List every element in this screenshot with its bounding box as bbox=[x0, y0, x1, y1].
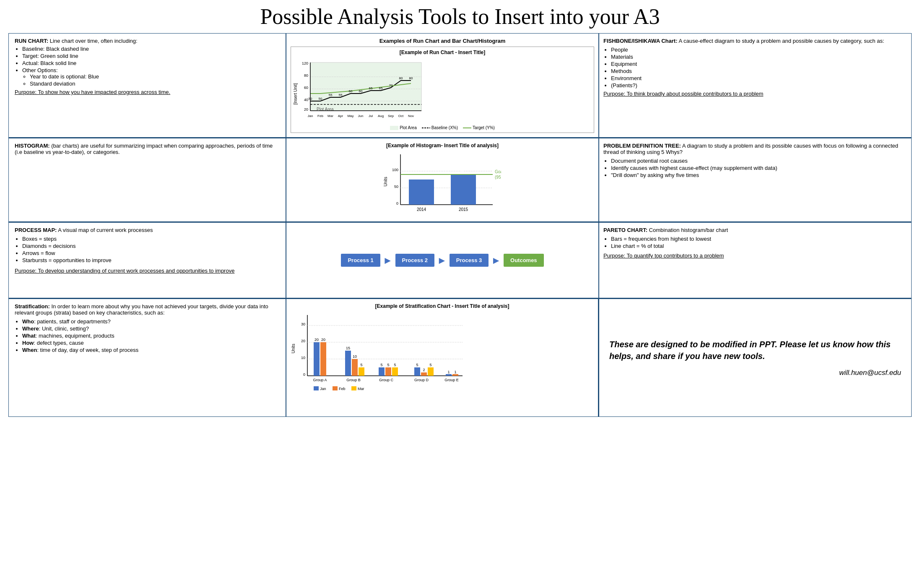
svg-rect-99 bbox=[333, 386, 338, 390]
svg-text:2015: 2015 bbox=[459, 207, 468, 212]
svg-rect-70 bbox=[345, 351, 351, 376]
svg-text:Group B: Group B bbox=[346, 378, 361, 382]
svg-rect-82 bbox=[414, 367, 420, 376]
svg-text:Mar: Mar bbox=[327, 114, 333, 118]
svg-rect-67 bbox=[320, 342, 326, 376]
svg-text:80: 80 bbox=[409, 76, 413, 80]
svg-text:30: 30 bbox=[301, 322, 305, 326]
run-chart-legend: Plot Area Baseline (X%) Target (Y%) bbox=[294, 125, 591, 130]
svg-text:55: 55 bbox=[329, 93, 333, 97]
svg-text:Nov: Nov bbox=[408, 114, 414, 118]
strat-bullets: Who: patients, staff or departments? Whe… bbox=[22, 318, 280, 353]
stratification-svg: Units 0 10 20 30 20 bbox=[291, 311, 467, 395]
svg-text:20: 20 bbox=[301, 339, 305, 343]
svg-rect-83 bbox=[421, 372, 427, 376]
svg-text:65: 65 bbox=[379, 86, 383, 90]
svg-text:Jun: Jun bbox=[358, 114, 364, 118]
svg-text:2014: 2014 bbox=[417, 207, 426, 212]
svg-text:5: 5 bbox=[394, 363, 396, 367]
run-chart-bullets: Baseline: Black dashed line Target: Gree… bbox=[22, 46, 280, 87]
svg-text:100: 100 bbox=[392, 168, 398, 172]
run-chart-example-section: Examples of Run Chart and Bar Chart/Hist… bbox=[286, 34, 598, 137]
svg-text:1: 1 bbox=[454, 370, 456, 374]
run-chart-svg: [Insert Unit] 120 80 60 40 20 bbox=[294, 56, 428, 123]
svg-text:Units: Units bbox=[291, 344, 296, 354]
svg-text:[Insert Unit]: [Insert Unit] bbox=[294, 83, 298, 104]
run-chart-title: RUN CHART: Line chart over time, often i… bbox=[15, 38, 280, 44]
svg-text:Jul: Jul bbox=[369, 114, 373, 118]
svg-text:15: 15 bbox=[346, 346, 350, 350]
svg-rect-36 bbox=[390, 126, 398, 130]
svg-text:60: 60 bbox=[359, 89, 363, 93]
svg-text:Oct: Oct bbox=[398, 114, 404, 118]
svg-text:5: 5 bbox=[429, 363, 431, 367]
bullet-other: Other Options: Year to date is optional:… bbox=[22, 67, 280, 87]
fishbone-desc: A cause-effect diagram to study a proble… bbox=[677, 38, 884, 44]
run-chart-desc: Line chart over time, often including: bbox=[48, 38, 137, 44]
svg-text:Group C: Group C bbox=[379, 378, 394, 382]
run-chart-purpose: Purpose: To show how you have impacted p… bbox=[15, 89, 280, 95]
svg-text:60: 60 bbox=[304, 86, 308, 90]
svg-rect-47 bbox=[409, 180, 434, 205]
svg-text:80: 80 bbox=[399, 76, 403, 80]
svg-text:Jan: Jan bbox=[308, 114, 313, 118]
svg-text:Jan: Jan bbox=[320, 387, 326, 391]
svg-text:5: 5 bbox=[387, 363, 389, 367]
svg-text:5: 5 bbox=[360, 363, 362, 367]
bottom-note-section: These are designed to be modified in PPT… bbox=[599, 299, 911, 416]
fishbone-heading: FISHBONE/ISHIKAWA Chart: bbox=[603, 38, 677, 44]
svg-text:20: 20 bbox=[314, 338, 319, 342]
svg-text:Feb: Feb bbox=[339, 387, 346, 391]
histogram-heading-block: HISTOGRAM: (bar charts) are useful for s… bbox=[15, 143, 280, 155]
bullet-stdev: Standard deviation bbox=[30, 81, 280, 87]
fishbone-description-section: FISHBONE/ISHIKAWA Chart: A cause-effect … bbox=[599, 34, 911, 137]
svg-text:Apr: Apr bbox=[338, 114, 343, 118]
pareto-bullets: Bars = frequencies from highest to lowes… bbox=[611, 236, 907, 249]
svg-text:Mar: Mar bbox=[358, 387, 364, 391]
run-chart-heading: RUN CHART: bbox=[15, 38, 48, 44]
svg-text:Units: Units bbox=[384, 177, 388, 187]
fishbone-bullets: People Materials Equipment Methods Envir… bbox=[611, 47, 907, 88]
svg-text:50: 50 bbox=[319, 97, 322, 101]
process-step-outcomes: Outcomes bbox=[504, 254, 544, 267]
svg-text:2: 2 bbox=[423, 368, 425, 372]
svg-text:20: 20 bbox=[304, 107, 308, 112]
process-step-2: Process 2 bbox=[395, 254, 434, 267]
svg-rect-48 bbox=[451, 174, 476, 205]
svg-text:Goal: Goal bbox=[495, 169, 501, 174]
svg-text:20: 20 bbox=[321, 338, 325, 342]
svg-rect-97 bbox=[314, 386, 319, 390]
svg-text:Group D: Group D bbox=[414, 378, 429, 382]
svg-rect-66 bbox=[314, 342, 320, 376]
strat-chart-title: [Example of Stratification Chart - Inser… bbox=[291, 303, 594, 309]
svg-rect-101 bbox=[351, 386, 356, 390]
process-step-3: Process 3 bbox=[450, 254, 489, 267]
svg-text:Feb: Feb bbox=[317, 114, 323, 118]
svg-rect-72 bbox=[359, 367, 364, 376]
svg-text:60: 60 bbox=[349, 89, 353, 93]
svg-text:65: 65 bbox=[369, 86, 373, 90]
bottom-note-text: These are designed to be modified in PPT… bbox=[609, 338, 901, 362]
run-chart-section: RUN CHART: Line chart over time, often i… bbox=[9, 34, 286, 138]
svg-text:70: 70 bbox=[389, 83, 393, 87]
legend-baseline: Baseline (X%) bbox=[422, 125, 458, 130]
svg-text:Aug: Aug bbox=[378, 114, 384, 118]
svg-text:1: 1 bbox=[447, 370, 450, 374]
arrow-2: ► bbox=[437, 255, 447, 266]
bullet-actual: Actual: Black solid line bbox=[22, 60, 280, 66]
pareto-description: PARETO CHART: Combination histogram/bar … bbox=[599, 223, 911, 298]
run-chart-chart-title: [Example of Run Chart - Insert Title] bbox=[294, 49, 591, 55]
process-map-purpose: Purpose: To develop understanding of cur… bbox=[15, 268, 280, 274]
svg-rect-84 bbox=[428, 367, 434, 376]
bullet-ytd: Year to date is optional: Blue bbox=[30, 73, 280, 80]
process-steps: Process 1 ► Process 2 ► Process 3 ► Outc… bbox=[341, 254, 543, 267]
run-chart-chart: [Example of Run Chart - Insert Title] [I… bbox=[291, 47, 594, 133]
svg-rect-88 bbox=[446, 374, 452, 376]
svg-rect-1 bbox=[310, 62, 421, 111]
legend-target: Target (Y%) bbox=[463, 125, 495, 130]
svg-rect-76 bbox=[379, 367, 385, 376]
legend-plot-area: Plot Area bbox=[390, 125, 417, 130]
process-map-bullets: Boxes = steps Diamonds = decisions Arrow… bbox=[22, 236, 280, 263]
run-chart-example-title: Examples of Run Chart and Bar Chart/Hist… bbox=[291, 38, 594, 44]
svg-text:(95%): (95%) bbox=[495, 175, 501, 180]
